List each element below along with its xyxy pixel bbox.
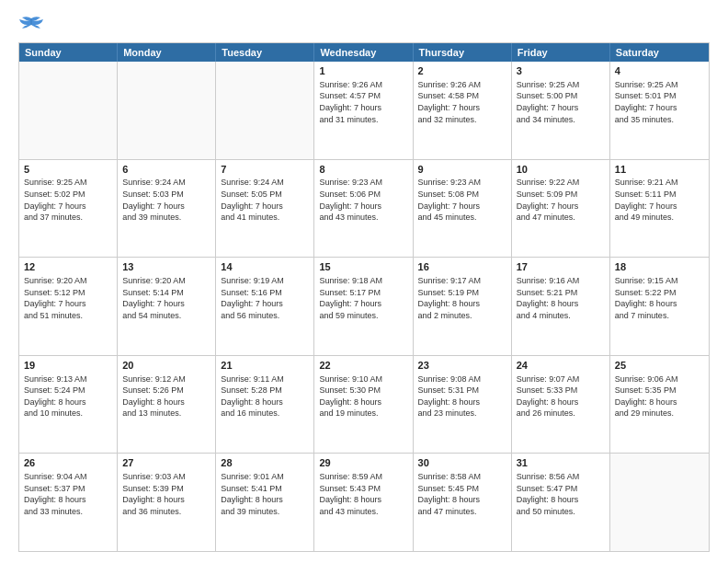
day-cell-30: 30Sunrise: 8:58 AM Sunset: 5:45 PM Dayli… — [414, 454, 512, 551]
day-number: 8 — [319, 163, 407, 177]
day-info: Sunrise: 9:04 AM Sunset: 5:37 PM Dayligh… — [24, 471, 112, 517]
day-cell-21: 21Sunrise: 9:11 AM Sunset: 5:28 PM Dayli… — [216, 356, 314, 454]
empty-cell — [19, 62, 118, 159]
day-info: Sunrise: 9:24 AM Sunset: 5:03 PM Dayligh… — [122, 177, 210, 223]
header-day-friday: Friday — [512, 43, 610, 62]
day-cell-25: 25Sunrise: 9:06 AM Sunset: 5:35 PM Dayli… — [610, 356, 709, 454]
day-info: Sunrise: 9:12 AM Sunset: 5:26 PM Dayligh… — [122, 373, 210, 419]
day-cell-2: 2Sunrise: 9:26 AM Sunset: 4:58 PM Daylig… — [414, 62, 512, 159]
day-cell-10: 10Sunrise: 9:22 AM Sunset: 5:09 PM Dayli… — [512, 160, 610, 258]
day-cell-28: 28Sunrise: 9:01 AM Sunset: 5:41 PM Dayli… — [216, 454, 314, 551]
day-info: Sunrise: 9:11 AM Sunset: 5:28 PM Dayligh… — [221, 373, 309, 419]
day-info: Sunrise: 9:25 AM Sunset: 5:01 PM Dayligh… — [615, 79, 704, 125]
day-cell-20: 20Sunrise: 9:12 AM Sunset: 5:26 PM Dayli… — [118, 356, 216, 454]
day-number: 23 — [418, 359, 506, 373]
calendar-body: 1Sunrise: 9:26 AM Sunset: 4:57 PM Daylig… — [19, 62, 709, 551]
day-cell-11: 11Sunrise: 9:21 AM Sunset: 5:11 PM Dayli… — [610, 160, 709, 258]
day-number: 18 — [615, 260, 704, 274]
week-row-2: 5Sunrise: 9:25 AM Sunset: 5:02 PM Daylig… — [19, 159, 709, 258]
day-info: Sunrise: 9:23 AM Sunset: 5:08 PM Dayligh… — [418, 177, 506, 223]
day-number: 17 — [517, 260, 605, 274]
day-number: 9 — [418, 163, 506, 177]
day-cell-24: 24Sunrise: 9:07 AM Sunset: 5:33 PM Dayli… — [512, 356, 610, 454]
day-number: 16 — [418, 260, 506, 274]
day-number: 24 — [517, 359, 605, 373]
day-number: 31 — [517, 456, 605, 470]
day-info: Sunrise: 9:17 AM Sunset: 5:19 PM Dayligh… — [418, 275, 506, 321]
day-cell-3: 3Sunrise: 9:25 AM Sunset: 5:00 PM Daylig… — [512, 62, 610, 159]
day-cell-19: 19Sunrise: 9:13 AM Sunset: 5:24 PM Dayli… — [19, 356, 118, 454]
week-row-4: 19Sunrise: 9:13 AM Sunset: 5:24 PM Dayli… — [19, 355, 709, 454]
logo — [18, 15, 48, 35]
day-info: Sunrise: 9:20 AM Sunset: 5:14 PM Dayligh… — [122, 275, 210, 321]
day-number: 25 — [615, 359, 704, 373]
week-row-5: 26Sunrise: 9:04 AM Sunset: 5:37 PM Dayli… — [19, 453, 709, 551]
calendar: SundayMondayTuesdayWednesdayThursdayFrid… — [18, 42, 710, 552]
header — [18, 15, 710, 35]
day-cell-18: 18Sunrise: 9:15 AM Sunset: 5:22 PM Dayli… — [610, 258, 709, 355]
day-number: 26 — [24, 456, 112, 470]
day-cell-22: 22Sunrise: 9:10 AM Sunset: 5:30 PM Dayli… — [314, 356, 413, 454]
day-number: 19 — [24, 359, 112, 373]
day-number: 1 — [319, 64, 407, 78]
empty-cell — [610, 454, 709, 551]
day-info: Sunrise: 9:08 AM Sunset: 5:31 PM Dayligh… — [418, 373, 506, 419]
day-number: 29 — [319, 456, 407, 470]
day-info: Sunrise: 9:15 AM Sunset: 5:22 PM Dayligh… — [615, 275, 704, 321]
day-info: Sunrise: 9:06 AM Sunset: 5:35 PM Dayligh… — [615, 373, 704, 419]
day-info: Sunrise: 9:03 AM Sunset: 5:39 PM Dayligh… — [122, 471, 210, 517]
day-info: Sunrise: 9:07 AM Sunset: 5:33 PM Dayligh… — [517, 373, 605, 419]
day-number: 27 — [122, 456, 210, 470]
page: SundayMondayTuesdayWednesdayThursdayFrid… — [0, 0, 728, 563]
day-info: Sunrise: 9:18 AM Sunset: 5:17 PM Dayligh… — [319, 275, 407, 321]
day-number: 20 — [122, 359, 210, 373]
day-info: Sunrise: 9:25 AM Sunset: 5:00 PM Dayligh… — [517, 79, 605, 125]
day-info: Sunrise: 9:24 AM Sunset: 5:05 PM Dayligh… — [221, 177, 309, 223]
header-day-thursday: Thursday — [414, 43, 512, 62]
empty-cell — [216, 62, 314, 159]
day-number: 4 — [615, 64, 704, 78]
day-info: Sunrise: 9:21 AM Sunset: 5:11 PM Dayligh… — [615, 177, 704, 223]
day-cell-27: 27Sunrise: 9:03 AM Sunset: 5:39 PM Dayli… — [118, 454, 216, 551]
day-info: Sunrise: 9:13 AM Sunset: 5:24 PM Dayligh… — [24, 373, 112, 419]
day-cell-26: 26Sunrise: 9:04 AM Sunset: 5:37 PM Dayli… — [19, 454, 118, 551]
day-info: Sunrise: 9:20 AM Sunset: 5:12 PM Dayligh… — [24, 275, 112, 321]
day-cell-23: 23Sunrise: 9:08 AM Sunset: 5:31 PM Dayli… — [414, 356, 512, 454]
day-number: 21 — [221, 359, 309, 373]
day-number: 28 — [221, 456, 309, 470]
day-info: Sunrise: 9:25 AM Sunset: 5:02 PM Dayligh… — [24, 177, 112, 223]
day-number: 12 — [24, 260, 112, 274]
header-day-saturday: Saturday — [610, 43, 709, 62]
day-info: Sunrise: 8:56 AM Sunset: 5:47 PM Dayligh… — [517, 471, 605, 517]
day-cell-13: 13Sunrise: 9:20 AM Sunset: 5:14 PM Dayli… — [118, 258, 216, 355]
day-info: Sunrise: 9:23 AM Sunset: 5:06 PM Dayligh… — [319, 177, 407, 223]
day-number: 7 — [221, 163, 309, 177]
day-cell-14: 14Sunrise: 9:19 AM Sunset: 5:16 PM Dayli… — [216, 258, 314, 355]
header-day-tuesday: Tuesday — [216, 43, 314, 62]
day-cell-7: 7Sunrise: 9:24 AM Sunset: 5:05 PM Daylig… — [216, 160, 314, 258]
day-info: Sunrise: 9:26 AM Sunset: 4:58 PM Dayligh… — [418, 79, 506, 125]
day-info: Sunrise: 9:01 AM Sunset: 5:41 PM Dayligh… — [221, 471, 309, 517]
day-number: 22 — [319, 359, 407, 373]
day-number: 13 — [122, 260, 210, 274]
day-cell-16: 16Sunrise: 9:17 AM Sunset: 5:19 PM Dayli… — [414, 258, 512, 355]
day-info: Sunrise: 9:26 AM Sunset: 4:57 PM Dayligh… — [319, 79, 407, 125]
day-cell-31: 31Sunrise: 8:56 AM Sunset: 5:47 PM Dayli… — [512, 454, 610, 551]
day-cell-17: 17Sunrise: 9:16 AM Sunset: 5:21 PM Dayli… — [512, 258, 610, 355]
day-cell-1: 1Sunrise: 9:26 AM Sunset: 4:57 PM Daylig… — [314, 62, 413, 159]
day-cell-6: 6Sunrise: 9:24 AM Sunset: 5:03 PM Daylig… — [118, 160, 216, 258]
day-info: Sunrise: 9:10 AM Sunset: 5:30 PM Dayligh… — [319, 373, 407, 419]
day-number: 11 — [615, 163, 704, 177]
day-info: Sunrise: 8:59 AM Sunset: 5:43 PM Dayligh… — [319, 471, 407, 517]
day-cell-8: 8Sunrise: 9:23 AM Sunset: 5:06 PM Daylig… — [314, 160, 413, 258]
day-number: 6 — [122, 163, 210, 177]
week-row-3: 12Sunrise: 9:20 AM Sunset: 5:12 PM Dayli… — [19, 257, 709, 355]
empty-cell — [118, 62, 216, 159]
day-info: Sunrise: 9:16 AM Sunset: 5:21 PM Dayligh… — [517, 275, 605, 321]
day-number: 14 — [221, 260, 309, 274]
day-number: 30 — [418, 456, 506, 470]
day-info: Sunrise: 9:22 AM Sunset: 5:09 PM Dayligh… — [517, 177, 605, 223]
day-cell-4: 4Sunrise: 9:25 AM Sunset: 5:01 PM Daylig… — [610, 62, 709, 159]
logo-icon — [18, 15, 44, 35]
day-cell-29: 29Sunrise: 8:59 AM Sunset: 5:43 PM Dayli… — [314, 454, 413, 551]
